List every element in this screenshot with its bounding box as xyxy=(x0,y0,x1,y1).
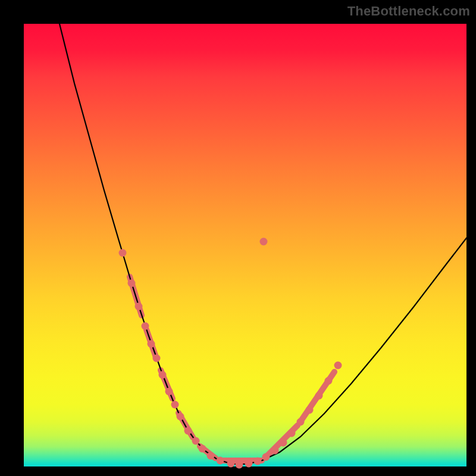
chart-frame: TheBottleneck.com xyxy=(0,0,476,476)
highlight-dot xyxy=(165,388,173,396)
highlight-dot xyxy=(148,340,155,348)
highlight-dot xyxy=(159,371,167,379)
highlight-dot xyxy=(207,452,215,460)
highlight-dot xyxy=(245,460,253,468)
highlight-dot xyxy=(199,445,206,453)
highlight-dot xyxy=(153,355,161,362)
highlight-dot xyxy=(128,280,136,287)
highlight-dot xyxy=(260,238,268,246)
highlight-dot xyxy=(192,437,200,445)
highlight-dot xyxy=(306,406,314,414)
highlight-dot xyxy=(217,457,224,465)
highlight-dot xyxy=(177,413,184,421)
highlight-dot xyxy=(297,418,305,426)
highlight-dot xyxy=(262,453,270,461)
highlight-dot xyxy=(119,249,127,257)
highlight-dot xyxy=(288,430,296,437)
chart-svg xyxy=(24,24,466,466)
highlight-dot xyxy=(254,458,262,465)
highlight-dot xyxy=(280,439,287,447)
watermark-text: TheBottleneck.com xyxy=(347,4,470,19)
highlight-dot xyxy=(325,377,333,385)
highlight-dot xyxy=(135,303,143,311)
highlight-dot xyxy=(227,460,235,468)
highlight-dot xyxy=(171,401,179,409)
plot-area xyxy=(24,24,466,466)
highlight-dot xyxy=(184,427,192,435)
highlight-dot xyxy=(334,362,342,369)
highlight-dot xyxy=(142,322,149,330)
highlight-dot xyxy=(236,461,243,469)
highlight-dot xyxy=(271,447,279,455)
highlight-dot xyxy=(315,392,323,400)
